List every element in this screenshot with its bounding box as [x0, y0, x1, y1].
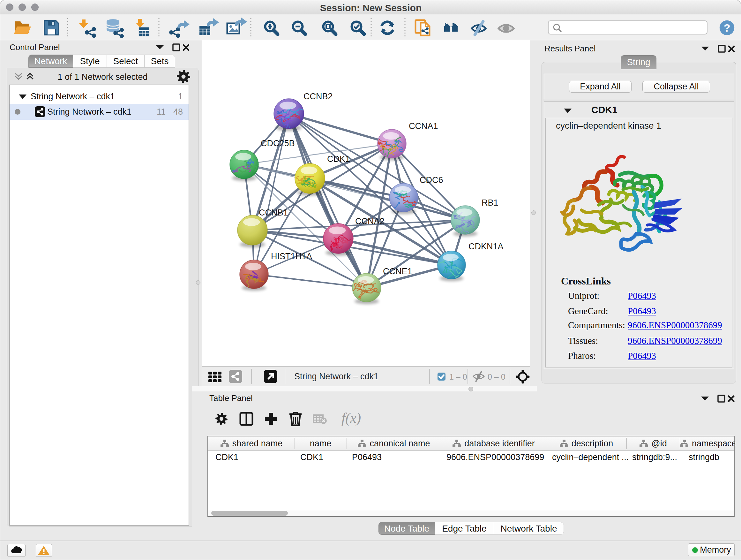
- svg-text:?: ?: [724, 22, 731, 34]
- svg-text:HIST1H1A: HIST1H1A: [271, 252, 312, 261]
- svg-text:CDC6: CDC6: [420, 175, 443, 185]
- svg-text:CDC25B: CDC25B: [261, 138, 295, 148]
- svg-text:CCNA2: CCNA2: [355, 216, 385, 226]
- svg-text:CCNB1: CCNB1: [259, 208, 288, 217]
- svg-text:CCNB2: CCNB2: [304, 91, 333, 101]
- svg-text:RB1: RB1: [482, 198, 498, 207]
- svg-text:CCNE1: CCNE1: [383, 266, 412, 276]
- svg-text:CDKN1A: CDKN1A: [468, 242, 503, 251]
- svg-text:CDK1: CDK1: [327, 154, 350, 164]
- svg-text:CCNA1: CCNA1: [409, 121, 438, 131]
- svg-text:f(x): f(x): [341, 410, 361, 426]
